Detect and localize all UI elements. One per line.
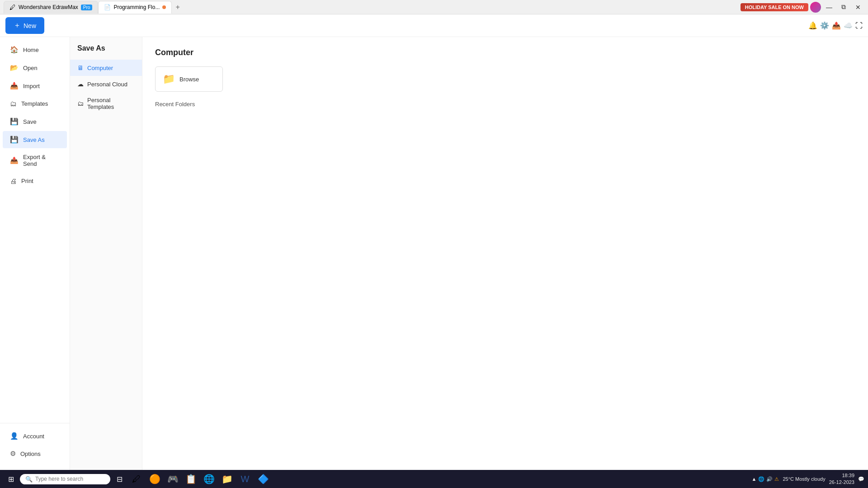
sidebar-item-templates[interactable]: 🗂 Templates	[3, 95, 67, 112]
middle-panel-title: Save As	[70, 44, 142, 60]
account-icon: 👤	[10, 432, 19, 440]
tray-notification[interactable]: ⚠	[774, 476, 779, 482]
sidebar-label-save-as: Save As	[23, 136, 45, 143]
new-button[interactable]: ＋ New	[5, 17, 44, 34]
minimize-button[interactable]: —	[823, 2, 835, 12]
templates-icon: 🗂	[10, 100, 17, 108]
sidebar: 🏠 Home 📂 Open 📥 Import 🗂 Templates 💾 Sav…	[0, 37, 70, 470]
import-icon: 📥	[10, 82, 19, 90]
middle-item-personal-cloud[interactable]: ☁ Personal Cloud	[70, 76, 142, 92]
taskbar: ⊞ 🔍 ⊟ 🖊 🟠 🎮 📋 🌐 📁 W 🔷	[0, 470, 868, 488]
search-icon: 🔍	[25, 476, 33, 483]
sidebar-bottom: 👤 Account ⚙ Options	[0, 423, 70, 466]
app-tab-label: Wondershare EdrawMax	[19, 4, 78, 10]
search-input[interactable]	[35, 476, 103, 482]
sidebar-label-open: Open	[23, 65, 38, 71]
tray-network[interactable]: 🌐	[758, 476, 764, 482]
sidebar-item-open[interactable]: 📂 Open	[3, 59, 67, 76]
taskbar-app-word[interactable]: W	[237, 471, 253, 487]
browse-card[interactable]: 📁 Browse	[155, 66, 223, 92]
restore-button[interactable]: ⧉	[837, 2, 850, 12]
taskbar-date: 26-12-2023	[829, 479, 854, 486]
sidebar-item-export-send[interactable]: 📤 Export & Send	[3, 149, 67, 172]
add-tab-button[interactable]: +	[172, 1, 183, 13]
taskbar-right: ▲ 🌐 🔊 ⚠ 25°C Mostly cloudy 18:39 26-12-2…	[752, 472, 864, 486]
sidebar-label-options: Options	[20, 450, 41, 457]
weather-info: 25°C Mostly cloudy	[783, 476, 825, 482]
sidebar-label-account: Account	[23, 433, 44, 440]
titlebar: 🖊 Wondershare EdrawMax Pro 📄 Programming…	[0, 0, 868, 14]
sidebar-item-home[interactable]: 🏠 Home	[3, 41, 67, 58]
sidebar-label-export: Export & Send	[23, 154, 60, 167]
taskbar-app-unknown[interactable]: 🎮	[165, 471, 181, 487]
titlebar-tabs: 🖊 Wondershare EdrawMax Pro 📄 Programming…	[4, 1, 184, 14]
file-tab-label: Programming Flo...	[113, 4, 160, 10]
system-tray: ▲ 🌐 🔊 ⚠	[752, 476, 779, 482]
avatar[interactable]	[810, 2, 821, 13]
settings-icon[interactable]: ⚙️	[820, 21, 829, 30]
taskbar-app-chrome[interactable]: 🌐	[201, 471, 217, 487]
taskbar-app-explorer[interactable]: 📁	[219, 471, 235, 487]
taskbar-app-edraw[interactable]: 🖊	[128, 471, 145, 487]
bell-icon[interactable]: 🔔	[808, 21, 817, 30]
file-tab[interactable]: 📄 Programming Flo...	[98, 1, 172, 14]
sidebar-item-import[interactable]: 📥 Import	[3, 77, 67, 94]
cloud-icon[interactable]: ☁️	[844, 21, 853, 30]
task-view-button[interactable]: ⊟	[112, 472, 127, 486]
cloud-personal-icon: ☁	[77, 80, 84, 88]
app-topbar: ＋ New 🔔 ⚙️ 📤 ☁️ ⛶	[0, 14, 868, 37]
print-icon: 🖨	[10, 177, 17, 185]
app-container: ＋ New 🔔 ⚙️ 📤 ☁️ ⛶ 🏠 Home 📂 Open 📥 I	[0, 14, 868, 470]
middle-item-computer[interactable]: 🖥 Computer	[70, 60, 142, 76]
middle-label-personal-templates: Personal Templates	[87, 97, 135, 110]
export-icon: 📤	[10, 156, 19, 164]
save-icon: 💾	[10, 117, 19, 126]
middle-label-computer: Computer	[87, 65, 113, 71]
tray-volume[interactable]: 🔊	[766, 476, 773, 482]
sidebar-item-save-as[interactable]: 💾 Save As	[3, 131, 67, 148]
sidebar-spacer	[0, 190, 70, 423]
taskbar-time-date[interactable]: 18:39 26-12-2023	[829, 472, 854, 486]
fullscreen-icon[interactable]: ⛶	[855, 22, 863, 30]
notification-center-icon[interactable]: 💬	[858, 476, 864, 482]
middle-label-personal-cloud: Personal Cloud	[87, 81, 127, 88]
middle-panel: Save As 🖥 Computer ☁ Personal Cloud 🗂 Pe…	[70, 37, 142, 470]
taskbar-app-blue[interactable]: 🔷	[255, 471, 271, 487]
sidebar-item-print[interactable]: 🖨 Print	[3, 173, 67, 189]
start-button[interactable]: ⊞	[4, 472, 18, 486]
close-button[interactable]: ✕	[852, 2, 864, 12]
holiday-sale-button[interactable]: HOLIDAY SALE ON NOW	[741, 3, 808, 11]
sidebar-item-save[interactable]: 💾 Save	[3, 113, 67, 130]
open-icon: 📂	[10, 64, 19, 72]
recent-folders-label: Recent Folders	[155, 101, 855, 108]
pro-badge: Pro	[81, 5, 93, 10]
taskbar-search-box[interactable]: 🔍	[20, 474, 110, 484]
taskbar-app-taskview[interactable]: 📋	[183, 471, 199, 487]
save-as-icon: 💾	[10, 136, 19, 144]
browse-label: Browse	[179, 76, 199, 83]
content-title: Computer	[155, 48, 855, 57]
tray-chevron[interactable]: ▲	[752, 476, 757, 482]
sidebar-label-templates: Templates	[21, 100, 48, 107]
taskbar-app-zoho[interactable]: 🟠	[146, 471, 163, 487]
share-icon[interactable]: 📤	[832, 21, 841, 30]
sidebar-label-import: Import	[23, 83, 40, 89]
file-modified-dot	[162, 5, 166, 9]
options-icon: ⚙	[10, 450, 16, 458]
taskbar-time: 18:39	[829, 472, 854, 479]
main-content: Computer 📁 Browse Recent Folders	[142, 37, 868, 470]
sidebar-item-options[interactable]: ⚙ Options	[3, 445, 67, 462]
sidebar-label-save: Save	[23, 118, 37, 125]
sidebar-label-home: Home	[23, 47, 39, 53]
plus-icon: ＋	[14, 21, 21, 30]
middle-item-personal-templates[interactable]: 🗂 Personal Templates	[70, 92, 142, 115]
sidebar-item-account[interactable]: 👤 Account	[3, 427, 67, 445]
sidebar-label-print: Print	[21, 178, 33, 184]
app-tab[interactable]: 🖊 Wondershare EdrawMax Pro	[4, 1, 98, 14]
folder-icon: 📁	[163, 73, 175, 85]
personal-templates-icon: 🗂	[77, 100, 84, 107]
titlebar-controls: HOLIDAY SALE ON NOW — ⧉ ✕	[741, 2, 864, 13]
home-icon: 🏠	[10, 46, 19, 54]
new-button-label: New	[24, 22, 36, 29]
taskbar-left: ⊞ 🔍 ⊟ 🖊 🟠 🎮 📋 🌐 📁 W 🔷	[4, 471, 271, 487]
